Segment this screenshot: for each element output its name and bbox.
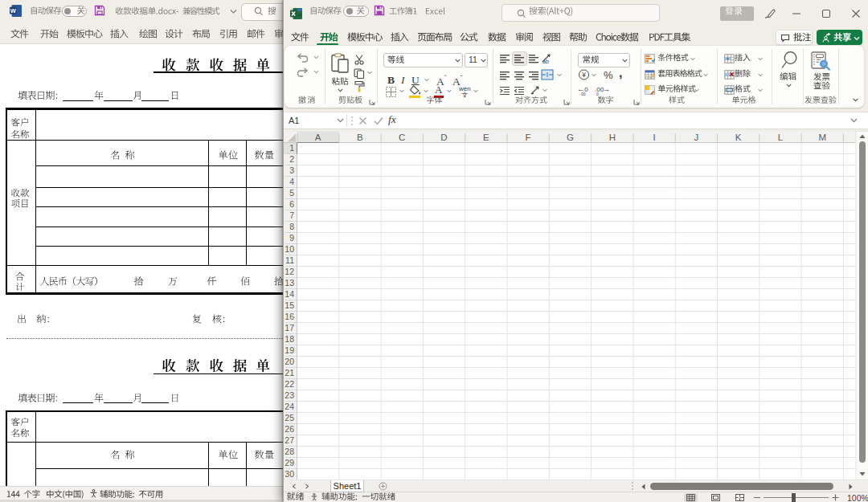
svg-text:28: 28: [285, 447, 294, 456]
svg-text:E: E: [483, 133, 489, 142]
svg-text:L: L: [778, 133, 784, 142]
svg-text:27: 27: [285, 435, 294, 445]
svg-text:26: 26: [285, 424, 294, 434]
svg-text:G: G: [567, 133, 574, 142]
svg-text:15: 15: [285, 300, 294, 310]
svg-text:16: 16: [285, 312, 294, 321]
svg-text:A: A: [315, 133, 321, 142]
svg-text:24: 24: [285, 402, 294, 411]
svg-text:B: B: [357, 133, 363, 142]
svg-text:19: 19: [285, 345, 294, 355]
svg-text:17: 17: [285, 323, 294, 333]
svg-text:W: W: [10, 7, 17, 14]
svg-text:30: 30: [285, 469, 294, 479]
svg-text:4: 4: [289, 177, 294, 186]
svg-text:M: M: [818, 133, 826, 142]
svg-text:29: 29: [285, 458, 294, 467]
svg-text:23: 23: [285, 390, 294, 400]
svg-text:13: 13: [285, 278, 294, 288]
svg-text:7: 7: [289, 210, 294, 220]
svg-text:1: 1: [289, 143, 294, 153]
svg-text:C: C: [399, 133, 405, 142]
svg-text:H: H: [609, 133, 616, 142]
svg-text:21: 21: [285, 368, 294, 378]
svg-text:3: 3: [289, 165, 294, 175]
svg-text:5: 5: [289, 188, 294, 198]
svg-text:D: D: [440, 133, 447, 142]
svg-text:25: 25: [285, 413, 294, 422]
svg-text:10: 10: [285, 244, 294, 254]
svg-text:2: 2: [289, 154, 294, 164]
svg-text:8: 8: [289, 222, 294, 231]
svg-text:J: J: [694, 133, 698, 142]
svg-text:11: 11: [285, 255, 294, 265]
svg-text:9: 9: [289, 233, 294, 243]
svg-text:14: 14: [285, 289, 294, 299]
svg-text:F: F: [526, 133, 531, 142]
svg-text:12: 12: [285, 267, 294, 276]
svg-text:6: 6: [289, 199, 294, 209]
svg-text:22: 22: [285, 379, 294, 389]
svg-text:18: 18: [285, 334, 294, 344]
svg-text:20: 20: [285, 357, 294, 366]
svg-text:I: I: [653, 133, 655, 142]
svg-text:K: K: [735, 133, 742, 142]
